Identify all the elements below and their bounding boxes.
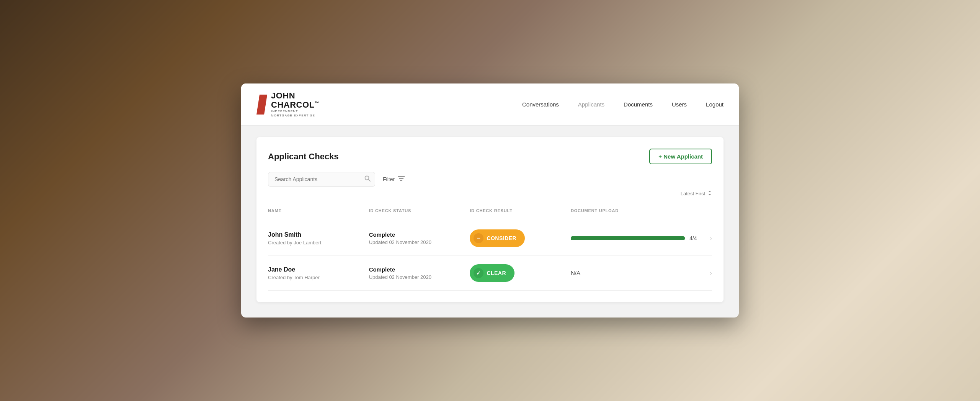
- applicant-name-cell: Jane Doe Created by Tom Harper: [268, 266, 369, 280]
- applicant-name-cell: John Smith Created by Joe Lambert: [268, 231, 369, 246]
- nav: Conversations Applicants Documents Users…: [522, 101, 724, 108]
- header: JOHN CHARCOL™ INDEPENDENT MORTGAGE EXPER…: [241, 83, 739, 126]
- clear-label: CLEAR: [487, 270, 506, 276]
- applicant-name: John Smith: [268, 231, 369, 238]
- applicant-name: Jane Doe: [268, 266, 369, 273]
- logo-name: JOHN CHARCOL™: [271, 91, 319, 110]
- col-id-status: ID CHECK STATUS: [369, 208, 470, 213]
- consider-label: CONSIDER: [487, 235, 516, 241]
- logo-slash-icon: [256, 95, 267, 115]
- nav-logout[interactable]: Logout: [706, 101, 724, 108]
- progress-bar-fill: [571, 236, 685, 240]
- id-date: Updated 02 November 2020: [369, 239, 470, 245]
- card-header: Applicant Checks + New Applicant: [268, 149, 712, 164]
- consider-icon: −: [474, 233, 483, 243]
- search-box: [268, 172, 375, 187]
- search-icon: [364, 175, 371, 183]
- id-status: Complete: [369, 266, 470, 273]
- id-date: Updated 02 November 2020: [369, 274, 470, 280]
- doc-na-cell: N/A: [571, 270, 697, 277]
- id-status-cell: Complete Updated 02 November 2020: [369, 266, 470, 280]
- progress-label: 4/4: [689, 235, 697, 241]
- search-input[interactable]: [268, 172, 375, 187]
- clear-icon: ✓: [474, 268, 483, 278]
- page-title: Applicant Checks: [268, 152, 339, 162]
- row-chevron-2: ›: [710, 269, 712, 277]
- id-status-cell: Complete Updated 02 November 2020: [369, 231, 470, 245]
- sort-icon[interactable]: [707, 190, 712, 197]
- nav-documents[interactable]: Documents: [624, 101, 653, 108]
- col-name: NAME: [268, 208, 369, 213]
- new-applicant-button[interactable]: + New Applicant: [649, 149, 712, 164]
- doc-upload-cell: 4/4: [571, 235, 697, 241]
- applicant-sub: Created by Joe Lambert: [268, 240, 369, 246]
- app-container: JOHN CHARCOL™ INDEPENDENT MORTGAGE EXPER…: [241, 83, 739, 318]
- row-chevron-1: ›: [710, 234, 712, 242]
- logo-sub: INDEPENDENT MORTGAGE EXPERTISE: [271, 110, 319, 118]
- nav-users[interactable]: Users: [672, 101, 687, 108]
- logo-text: JOHN CHARCOL™ INDEPENDENT MORTGAGE EXPER…: [271, 91, 319, 118]
- table-header: NAME ID CHECK STATUS ID CHECK RESULT DOC…: [268, 205, 712, 217]
- filter-icon: [398, 176, 405, 183]
- id-status: Complete: [369, 231, 470, 238]
- filter-label: Filter: [383, 176, 395, 182]
- nav-conversations[interactable]: Conversations: [522, 101, 559, 108]
- progress-bar-wrap: [571, 236, 685, 240]
- applicant-checks-card: Applicant Checks + New Applicant Filter: [256, 137, 724, 302]
- table-row[interactable]: John Smith Created by Joe Lambert Comple…: [268, 221, 712, 256]
- na-text: N/A: [571, 270, 580, 276]
- main-content: Applicant Checks + New Applicant Filter: [241, 126, 739, 318]
- sort-row: Latest First: [268, 190, 712, 197]
- col-arrow: [697, 208, 712, 213]
- col-doc-upload: DOCUMENT UPLOAD: [571, 208, 697, 213]
- sort-label: Latest First: [681, 191, 705, 196]
- filter-area[interactable]: Filter: [383, 176, 405, 183]
- applicant-sub: Created by Tom Harper: [268, 275, 369, 280]
- col-id-result: ID CHECK RESULT: [470, 208, 571, 213]
- table-row[interactable]: Jane Doe Created by Tom Harper Complete …: [268, 256, 712, 291]
- search-filter-row: Filter: [268, 172, 712, 187]
- clear-badge: ✓ CLEAR: [470, 264, 514, 282]
- svg-line-2: [369, 180, 371, 182]
- consider-badge: − CONSIDER: [470, 229, 525, 247]
- id-result-cell: ✓ CLEAR: [470, 264, 571, 282]
- logo: JOHN CHARCOL™ INDEPENDENT MORTGAGE EXPER…: [256, 91, 319, 118]
- svg-marker-0: [256, 95, 267, 115]
- nav-applicants[interactable]: Applicants: [578, 101, 604, 108]
- id-result-cell: − CONSIDER: [470, 229, 571, 247]
